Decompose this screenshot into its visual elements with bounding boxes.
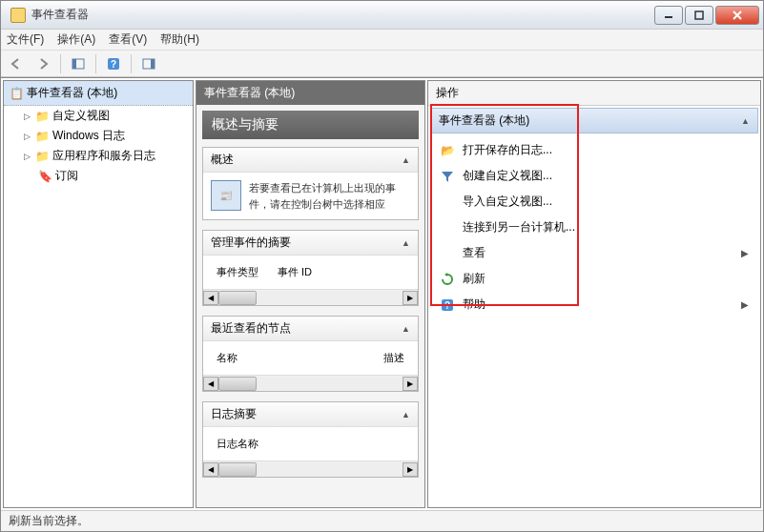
status-text: 刷新当前选择。 (9, 513, 89, 529)
scroll-thumb[interactable] (218, 462, 257, 477)
actions-list: 📂 打开保存的日志... 创建自定义视图... 导入自定义视图... 连接到另一… (430, 133, 758, 321)
actions-group-header[interactable]: 事件查看器 (本地) ▲ (430, 108, 758, 133)
subscription-icon: 🔖 (38, 170, 52, 183)
col-desc: 描述 (383, 351, 404, 365)
actions-pane: 操作 事件查看器 (本地) ▲ 📂 打开保存的日志... 创建自定义视图... (427, 80, 761, 508)
expand-icon[interactable]: ▷ (23, 132, 31, 140)
section-body: 日志名称 (203, 427, 418, 460)
content-area: 📋 事件查看器 (本地) ▷ 📁 自定义视图 ▷ 📁 Windows 日志 ▷ … (1, 77, 763, 510)
action-label: 刷新 (463, 271, 485, 287)
section-title: 日志摘要 (211, 406, 257, 422)
chevron-right-icon: ▶ (741, 299, 749, 310)
action-refresh[interactable]: 刷新 (430, 266, 758, 292)
tree-item-label: 自定义视图 (52, 108, 110, 124)
section-body: 📰 若要查看已在计算机上出现的事件，请在控制台树中选择相应 (203, 173, 418, 219)
center-body: 概述与摘要 概述 ▲ 📰 若要查看已在计算机上出现的事件，请在控制台树中选择相应… (196, 105, 424, 507)
action-label: 查看 (463, 245, 485, 261)
expand-icon[interactable]: ▷ (23, 112, 31, 120)
tree-item-label: 订阅 (55, 168, 78, 184)
section-header[interactable]: 概述 ▲ (203, 148, 418, 173)
collapse-icon: ▲ (402, 410, 410, 419)
forward-button[interactable] (31, 53, 54, 74)
scroll-right-icon[interactable]: ▶ (403, 377, 418, 391)
svg-text:?: ? (444, 300, 450, 311)
blank-icon (440, 246, 455, 261)
folder-open-icon: 📂 (440, 143, 455, 158)
back-button[interactable] (5, 53, 28, 74)
show-hide-tree-button[interactable] (67, 53, 90, 74)
col-event-type: 事件类型 (217, 265, 258, 279)
event-viewer-icon: 📋 (10, 87, 23, 100)
horizontal-scrollbar[interactable]: ◀ ▶ (203, 460, 418, 477)
admin-events-section: 管理事件的摘要 ▲ 事件类型 事件 ID ◀ ▶ (202, 230, 419, 306)
action-create-custom-view[interactable]: 创建自定义视图... (430, 163, 758, 189)
collapse-icon: ▲ (402, 324, 410, 334)
expand-icon[interactable]: ▷ (23, 152, 31, 160)
col-event-id: 事件 ID (278, 265, 312, 279)
action-connect-computer[interactable]: 连接到另一台计算机... (430, 215, 758, 240)
scroll-left-icon[interactable]: ◀ (203, 462, 218, 477)
toolbar-separator (131, 54, 132, 73)
tree-item-label: 应用程序和服务日志 (52, 148, 155, 164)
show-hide-action-button[interactable] (137, 53, 160, 74)
actions-header: 操作 (428, 81, 760, 106)
tree-item-label: Windows 日志 (52, 128, 125, 144)
minimize-button[interactable] (654, 6, 683, 25)
col-name: 名称 (217, 351, 237, 365)
horizontal-scrollbar[interactable]: ◀ ▶ (203, 375, 418, 391)
help-button[interactable]: ? (102, 53, 125, 74)
close-button[interactable] (715, 6, 759, 25)
refresh-icon (440, 272, 455, 287)
center-pane: 事件查看器 (本地) 概述与摘要 概述 ▲ 📰 若要查看已在计算机上出现的事件，… (196, 80, 425, 508)
scroll-left-icon[interactable]: ◀ (203, 377, 218, 391)
tree-item-app-service-logs[interactable]: ▷ 📁 应用程序和服务日志 (4, 146, 193, 166)
folder-icon: 📁 (35, 130, 49, 143)
svg-text:?: ? (111, 59, 116, 70)
blank-icon (440, 194, 455, 210)
recent-nodes-section: 最近查看的节点 ▲ 名称 描述 ◀ ▶ (202, 316, 419, 392)
filter-icon (440, 169, 455, 184)
tree-root[interactable]: 📋 事件查看器 (本地) (4, 81, 193, 106)
overview-text: 若要查看已在计算机上出现的事件，请在控制台树中选择相应 (249, 180, 410, 212)
tree-item-windows-logs[interactable]: ▷ 📁 Windows 日志 (4, 126, 193, 146)
tree-item-subscriptions[interactable]: 🔖 订阅 (4, 166, 193, 186)
collapse-icon: ▲ (402, 155, 410, 165)
scroll-left-icon[interactable]: ◀ (203, 291, 218, 305)
menu-help[interactable]: 帮助(H) (160, 31, 199, 48)
action-view[interactable]: 查看 ▶ (430, 240, 758, 266)
section-title: 管理事件的摘要 (211, 235, 291, 251)
section-header[interactable]: 日志摘要 ▲ (203, 402, 418, 427)
folder-icon: 📁 (35, 110, 49, 123)
toolbar-separator (95, 54, 96, 73)
action-import-custom-view[interactable]: 导入自定义视图... (430, 189, 758, 215)
menu-file[interactable]: 文件(F) (7, 31, 44, 48)
action-open-saved-log[interactable]: 📂 打开保存的日志... (430, 137, 758, 163)
tree-item-custom-views[interactable]: ▷ 📁 自定义视图 (4, 106, 193, 126)
action-label: 打开保存的日志... (463, 142, 552, 158)
app-icon (10, 8, 26, 23)
folder-icon: 📁 (35, 150, 49, 163)
action-label: 连接到另一台计算机... (463, 219, 575, 235)
scroll-thumb[interactable] (218, 377, 257, 391)
maximize-button[interactable] (685, 6, 713, 25)
scroll-thumb[interactable] (218, 291, 257, 305)
center-title: 概述与摘要 (202, 111, 419, 139)
action-label: 创建自定义视图... (463, 168, 552, 184)
svg-rect-9 (151, 59, 155, 69)
scroll-right-icon[interactable]: ▶ (403, 462, 418, 477)
horizontal-scrollbar[interactable]: ◀ ▶ (203, 289, 418, 305)
action-label: 导入自定义视图... (463, 194, 552, 210)
menubar: 文件(F) 操作(A) 查看(V) 帮助(H) (1, 30, 763, 51)
svg-rect-1 (695, 11, 703, 19)
chevron-right-icon: ▶ (741, 248, 749, 258)
action-help[interactable]: ? 帮助 ▶ (430, 292, 758, 317)
titlebar: 事件查看器 (1, 1, 763, 30)
section-header[interactable]: 最近查看的节点 ▲ (203, 317, 418, 341)
svg-rect-5 (72, 59, 76, 69)
scroll-right-icon[interactable]: ▶ (403, 291, 418, 305)
menu-action[interactable]: 操作(A) (57, 31, 95, 48)
section-header[interactable]: 管理事件的摘要 ▲ (203, 231, 418, 256)
collapse-icon: ▲ (741, 116, 750, 126)
menu-view[interactable]: 查看(V) (109, 31, 147, 48)
section-title: 概述 (211, 152, 234, 168)
